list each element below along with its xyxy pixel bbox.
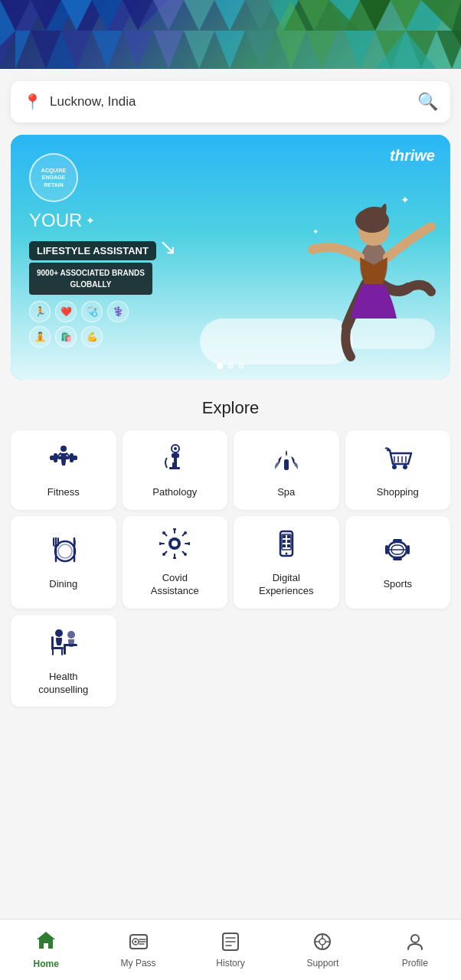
grid-item-fitness[interactable]: Fitness	[11, 430, 116, 510]
search-bar[interactable]: 📍 Lucknow, India 🔍	[11, 81, 450, 122]
sports-icon	[382, 534, 413, 572]
svg-marker-33	[153, 0, 184, 31]
svg-point-129	[319, 939, 325, 945]
svg-marker-14	[92, 31, 123, 69]
spa-label: Spa	[277, 486, 295, 499]
nav-item-mypass[interactable]: My Pass	[92, 932, 184, 969]
fitness-label: Fitness	[47, 486, 80, 499]
search-location-text: Lucknow, India	[50, 94, 417, 109]
pathology-label: Pathology	[152, 486, 197, 499]
grid-item-shopping[interactable]: Shopping	[345, 430, 451, 510]
svg-marker-27	[436, 31, 461, 69]
mypass-icon	[129, 932, 149, 955]
search-icon[interactable]: 🔍	[417, 92, 438, 112]
header-banner	[0, 0, 461, 69]
svg-marker-44	[306, 31, 337, 69]
svg-marker-43	[276, 31, 306, 69]
banner-icon-row-2: 🧘 🛍️ 💪	[29, 326, 234, 348]
digital-icon	[271, 528, 302, 566]
nav-home-label: Home	[34, 959, 59, 969]
nav-item-profile[interactable]: Profile	[369, 932, 461, 969]
banner-logo: ACQUIREENGAGERETAIN	[29, 153, 78, 202]
svg-rect-98	[283, 540, 286, 543]
svg-point-55	[60, 446, 67, 452]
dining-icon	[48, 534, 79, 572]
health-icon	[48, 627, 79, 665]
svg-rect-101	[287, 544, 290, 547]
covid-icon	[159, 528, 190, 566]
svg-point-89	[184, 531, 187, 534]
grid-item-sports[interactable]: Sports	[345, 516, 451, 609]
brand-name: thriwe	[390, 147, 435, 165]
svg-point-102	[285, 552, 287, 554]
explore-title: Explore	[0, 398, 461, 418]
svg-marker-34	[184, 0, 214, 31]
nav-support-label: Support	[306, 958, 338, 969]
grid-item-health[interactable]: Healthcounselling	[11, 615, 116, 707]
svg-marker-39	[153, 31, 184, 69]
svg-rect-96	[283, 535, 286, 538]
svg-point-61	[174, 447, 177, 450]
location-icon: 📍	[23, 93, 42, 111]
svg-rect-106	[385, 545, 388, 554]
svg-marker-36	[245, 0, 276, 31]
svg-point-85	[188, 542, 190, 545]
svg-point-83	[159, 542, 162, 545]
shopping-icon	[382, 443, 413, 480]
svg-marker-42	[245, 31, 276, 69]
nav-item-support[interactable]: Support	[276, 932, 368, 969]
banner-headline-your: YOUR ✦	[29, 210, 234, 231]
svg-point-69	[403, 465, 407, 469]
svg-rect-109	[393, 557, 402, 560]
svg-marker-41	[214, 31, 245, 69]
shopping-label: Shopping	[377, 486, 419, 499]
nav-item-history[interactable]: History	[185, 932, 276, 969]
svg-point-110	[55, 629, 63, 637]
grid-item-pathology[interactable]: Pathology	[123, 430, 228, 510]
promo-banner: ✦ ✦ thriwe ACQUIREENGAGERETAIN YOUR ✦ LI…	[11, 135, 450, 380]
svg-point-87	[162, 531, 165, 534]
nav-profile-label: Profile	[402, 958, 428, 969]
grid-item-covid[interactable]: CovidAssistance	[123, 516, 228, 609]
nav-item-home[interactable]: Home	[0, 930, 92, 969]
svg-rect-117	[64, 644, 77, 646]
bottom-nav: Home My Pass History	[0, 919, 461, 980]
svg-point-81	[173, 557, 176, 559]
spa-icon	[271, 443, 302, 480]
svg-rect-108	[393, 539, 402, 542]
svg-text:✦: ✦	[401, 194, 410, 206]
svg-point-93	[184, 553, 187, 556]
banner-headline-lifestyle: LIFESTYLE ASSISTANT	[29, 241, 156, 260]
svg-point-77	[172, 541, 178, 547]
svg-rect-63	[284, 459, 289, 470]
explore-grid: Fitness Pathology	[0, 430, 461, 707]
digital-label: DigitalExperiences	[259, 572, 314, 598]
svg-rect-97	[287, 535, 290, 538]
svg-point-115	[67, 631, 75, 639]
history-icon	[221, 932, 240, 955]
covid-label: CovidAssistance	[151, 572, 199, 598]
grid-item-digital[interactable]: DigitalExperiences	[234, 516, 339, 609]
profile-icon	[405, 932, 425, 955]
svg-marker-10	[15, 31, 31, 69]
health-label: Healthcounselling	[38, 671, 88, 697]
svg-point-134	[411, 935, 419, 942]
svg-rect-100	[283, 544, 286, 547]
pathology-icon	[159, 443, 190, 480]
svg-rect-57	[169, 467, 180, 469]
sports-label: Sports	[383, 578, 412, 591]
svg-rect-107	[407, 545, 410, 554]
svg-point-91	[162, 553, 165, 556]
svg-rect-62	[174, 452, 177, 455]
banner-arrow: ↙	[159, 234, 177, 260]
svg-marker-35	[214, 0, 245, 31]
grid-item-dining[interactable]: Dining	[11, 516, 116, 609]
dining-label: Dining	[49, 578, 77, 591]
svg-point-68	[392, 465, 397, 469]
svg-point-74	[58, 544, 72, 558]
svg-marker-24	[345, 31, 375, 69]
support-icon	[312, 932, 332, 955]
grid-item-spa[interactable]: Spa	[234, 430, 339, 510]
banner-icon-row-1: 🏃 ❤️ 🩺 ⚕️	[29, 301, 234, 322]
banner-brands: 9000+ ASSOCIATED BRANDSGLOBALLY	[29, 263, 152, 295]
